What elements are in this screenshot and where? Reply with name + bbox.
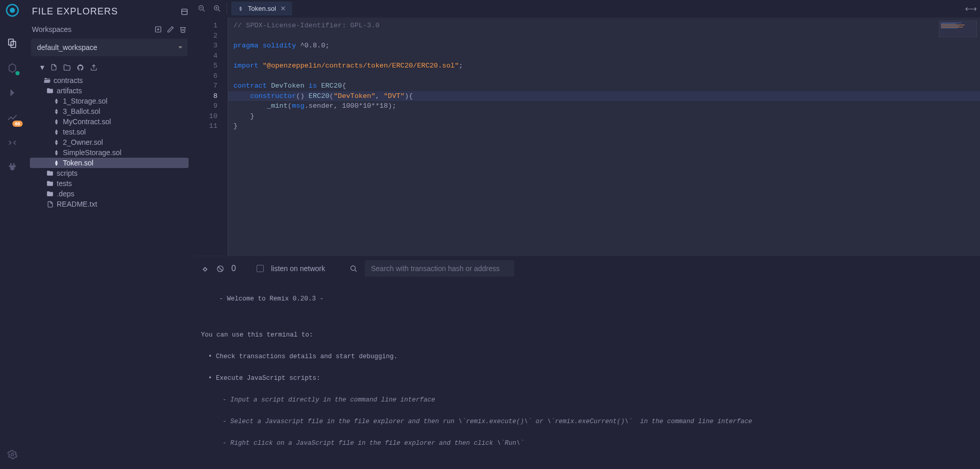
- new-folder-icon[interactable]: [63, 64, 71, 71]
- clear-terminal-icon[interactable]: [216, 265, 224, 273]
- file-2_owner-sol[interactable]: 2_Owner.sol: [30, 137, 189, 147]
- file-1_storage-sol[interactable]: 1_Storage.sol: [30, 96, 189, 106]
- editor-area: Token.sol ✕ ⟷ 1234567891011 // SPDX-Lice…: [194, 0, 980, 469]
- file-icon: [46, 201, 54, 208]
- tab-label: Token.sol: [248, 5, 276, 12]
- file-token-sol[interactable]: Token.sol: [30, 158, 189, 168]
- svg-point-4: [11, 454, 14, 456]
- tab-bar: Token.sol ✕ ⟷: [194, 0, 980, 18]
- folder-icon: [46, 180, 54, 187]
- file-readme-txt[interactable]: README.txt: [30, 199, 189, 209]
- solidity-icon: [53, 139, 60, 146]
- tree-item-label: artifacts: [57, 87, 82, 95]
- analysis-icon[interactable]: 66: [2, 107, 23, 128]
- file-explorer-panel: FILE EXPLORERS Workspaces default_worksp…: [25, 0, 194, 469]
- tree-item-label: MyContract.sol: [63, 118, 111, 126]
- tree-collapse-icon[interactable]: ▾: [40, 62, 44, 72]
- tree-item-label: contracts: [54, 76, 83, 85]
- terminal-output[interactable]: - Welcome to Remix 0.20.3 - You can use …: [194, 281, 980, 469]
- folder-scripts[interactable]: scripts: [30, 168, 189, 178]
- search-icon[interactable]: [350, 265, 358, 273]
- tab-token-sol[interactable]: Token.sol ✕: [231, 2, 292, 15]
- listen-checkbox[interactable]: [257, 265, 264, 272]
- settings-icon[interactable]: [2, 444, 23, 465]
- solidity-icon: [53, 119, 60, 125]
- tree-item-label: .deps: [57, 190, 74, 198]
- folder-open-icon: [43, 77, 50, 84]
- tree-item-label: Token.sol: [63, 159, 93, 167]
- debugger-icon[interactable]: [2, 132, 23, 153]
- minimap[interactable]: [939, 21, 977, 37]
- zoom-in-icon[interactable]: [209, 1, 225, 16]
- svg-point-20: [351, 265, 356, 270]
- line-gutter: 1234567891011: [194, 18, 228, 256]
- delete-workspace-icon[interactable]: [179, 26, 187, 33]
- solidity-icon: [53, 160, 60, 166]
- panel-dock-icon[interactable]: [180, 8, 189, 16]
- plugin-icon[interactable]: [2, 157, 23, 177]
- svg-rect-5: [182, 9, 188, 14]
- listen-label: listen on network: [271, 264, 325, 273]
- file-simplestorage-sol[interactable]: SimpleStorage.sol: [30, 147, 189, 158]
- terminal-toggle-icon[interactable]: [201, 263, 209, 274]
- icon-sidebar: 66: [0, 0, 25, 469]
- folder-icon: [46, 190, 54, 197]
- folder-icon: [46, 87, 54, 94]
- create-workspace-icon[interactable]: [155, 26, 162, 33]
- solidity-icon: [53, 108, 60, 115]
- pending-tx-count: 0: [231, 264, 236, 273]
- deploy-icon[interactable]: [2, 82, 23, 103]
- tree-item-label: tests: [57, 179, 72, 188]
- code-content[interactable]: // SPDX-License-Identifier: GPL-3.0pragm…: [228, 18, 980, 256]
- tree-item-label: test.sol: [63, 128, 86, 136]
- solidity-icon: [238, 6, 244, 12]
- file-mycontract-sol[interactable]: MyContract.sol: [30, 116, 189, 127]
- terminal-toolbar: 0 listen on network: [194, 256, 980, 281]
- folder-tests[interactable]: tests: [30, 178, 189, 189]
- svg-line-21: [354, 270, 357, 272]
- workspace-select[interactable]: default_workspace: [31, 39, 188, 56]
- file-tree: contractsartifacts1_Storage.sol3_Ballot.…: [30, 75, 189, 209]
- file-explorer-icon[interactable]: [2, 33, 23, 54]
- svg-point-1: [10, 8, 15, 13]
- tree-item-label: scripts: [57, 169, 77, 177]
- tree-item-label: 1_Storage.sol: [63, 97, 107, 105]
- folder-artifacts[interactable]: artifacts: [30, 86, 189, 96]
- solidity-icon: [53, 129, 60, 136]
- solidity-icon: [53, 149, 60, 156]
- svg-line-19: [218, 266, 223, 271]
- tree-item-label: 3_Ballot.sol: [63, 107, 100, 115]
- terminal-search-input[interactable]: [365, 260, 514, 277]
- remix-logo[interactable]: [4, 2, 21, 19]
- workspaces-label: Workspaces: [32, 25, 72, 34]
- upload-icon[interactable]: [90, 64, 97, 71]
- terminal-panel: 0 listen on network - Welcome to Remix 0…: [194, 256, 980, 469]
- rename-workspace-icon[interactable]: [167, 26, 174, 33]
- compiler-icon[interactable]: [2, 58, 23, 78]
- new-file-icon[interactable]: [50, 64, 57, 71]
- close-icon[interactable]: ✕: [280, 5, 286, 12]
- svg-line-15: [218, 9, 220, 11]
- file-test-sol[interactable]: test.sol: [30, 127, 189, 137]
- expand-editor-icon[interactable]: ⟷: [965, 4, 977, 13]
- tree-item-label: README.txt: [57, 200, 97, 208]
- file-3_ballot-sol[interactable]: 3_Ballot.sol: [30, 106, 189, 116]
- folder-contracts[interactable]: contracts: [30, 75, 189, 86]
- code-editor[interactable]: 1234567891011 // SPDX-License-Identifier…: [194, 18, 980, 256]
- tree-item-label: SimpleStorage.sol: [63, 148, 122, 157]
- panel-title: FILE EXPLORERS: [32, 6, 118, 17]
- folder-icon: [46, 170, 54, 177]
- github-icon[interactable]: [77, 64, 84, 71]
- tree-item-label: 2_Owner.sol: [63, 138, 103, 146]
- svg-line-12: [202, 9, 205, 11]
- folder--deps[interactable]: .deps: [30, 189, 189, 199]
- solidity-icon: [53, 98, 60, 105]
- analysis-badge: 66: [12, 121, 23, 127]
- zoom-out-icon[interactable]: [194, 1, 209, 16]
